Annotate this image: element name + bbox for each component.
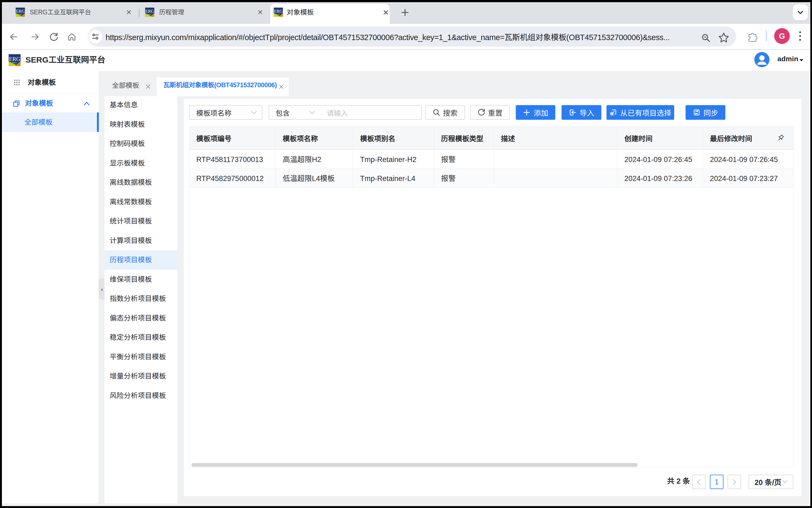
svg-text:Sample: Sample (148, 13, 151, 15)
svg-text:ERG: ERG (16, 9, 25, 14)
svg-text:ERG: ERG (9, 56, 20, 62)
svg-text:Sample: Sample (276, 13, 280, 15)
svg-text:ERG: ERG (274, 9, 283, 14)
svg-text:ERG: ERG (145, 9, 154, 14)
svg-text:Sample: Sample (18, 13, 22, 15)
svg-text:Sample: Sample (12, 62, 17, 64)
